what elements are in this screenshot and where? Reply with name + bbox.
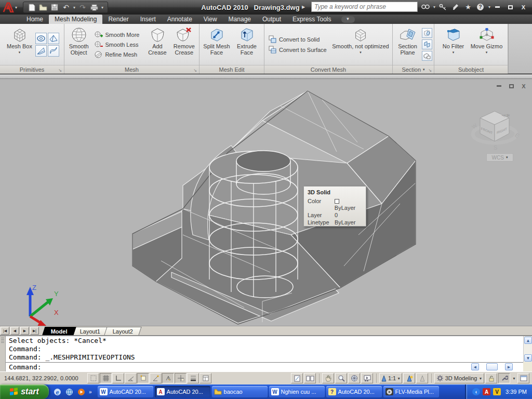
tab-home[interactable]: Home bbox=[21, 15, 49, 24]
split-mesh-face-button[interactable]: Split Mesh Face bbox=[202, 25, 231, 64]
first-tab-button[interactable]: |◀ bbox=[1, 327, 9, 335]
clock[interactable]: 3:39 PM bbox=[506, 389, 527, 395]
tab-manage[interactable]: Manage bbox=[223, 15, 257, 24]
add-jog-icon[interactable] bbox=[422, 39, 432, 49]
dyn-toggle[interactable] bbox=[175, 373, 187, 383]
show-motion-button[interactable] bbox=[361, 373, 373, 383]
start-button[interactable]: start bbox=[0, 384, 49, 399]
hide-icons-icon[interactable]: ‹ bbox=[472, 388, 480, 395]
mesh-model-3d-solid[interactable] bbox=[0, 79, 532, 326]
generate-section-icon[interactable] bbox=[422, 51, 432, 61]
taskbar-button-word-autocad[interactable]: W AutoCAD 20... bbox=[98, 386, 153, 397]
minimize-button[interactable] bbox=[492, 3, 503, 11]
panel-launcher-icon[interactable]: ↘ bbox=[193, 68, 197, 73]
workspace-switch-button[interactable]: 3D Modeling ▼ bbox=[434, 373, 484, 383]
tab-annotate[interactable]: Annotate bbox=[162, 15, 198, 24]
panel-label-primitives[interactable]: Primitives bbox=[20, 66, 45, 73]
taskbar-button-autocad-active[interactable]: A AutoCAD 20... bbox=[155, 386, 210, 397]
tab-render[interactable]: Render bbox=[102, 15, 134, 24]
search-input[interactable] bbox=[312, 3, 417, 10]
mesh-torus-icon[interactable] bbox=[35, 33, 47, 44]
lwt-toggle[interactable] bbox=[187, 373, 199, 383]
section-plane-button[interactable]: Section Plane bbox=[395, 25, 421, 64]
otrack-toggle[interactable] bbox=[150, 373, 162, 383]
open-file-icon[interactable] bbox=[39, 3, 47, 11]
search-dropdown-icon[interactable]: ▾ bbox=[433, 5, 435, 9]
panel-label-mesh[interactable]: Mesh bbox=[125, 66, 139, 73]
pan-button[interactable] bbox=[322, 373, 334, 383]
convert-to-surface-button[interactable]: Convert to Surface bbox=[267, 45, 330, 54]
clean-screen-button[interactable] bbox=[517, 373, 529, 383]
qat-customize-icon[interactable]: ▾ bbox=[101, 5, 103, 10]
panel-launcher-icon[interactable]: ↘ bbox=[428, 68, 432, 73]
scroll-thumb[interactable] bbox=[486, 363, 498, 370]
restore-button[interactable] bbox=[505, 3, 516, 11]
mesh-wedge-icon[interactable] bbox=[35, 45, 47, 57]
search-box[interactable] bbox=[311, 2, 418, 12]
model-space-button[interactable] bbox=[291, 373, 303, 383]
ducs-toggle[interactable] bbox=[162, 373, 174, 383]
smooth-more-button[interactable]: Smooth More bbox=[92, 31, 144, 39]
previous-tab-button[interactable]: ◀ bbox=[10, 327, 19, 335]
live-section-icon[interactable] bbox=[422, 28, 432, 38]
media-quicklaunch-icon[interactable] bbox=[77, 388, 85, 396]
coordinate-readout[interactable]: 144.6821, 322.2902, 0.0000 bbox=[0, 375, 87, 381]
plot-icon[interactable] bbox=[90, 3, 98, 11]
osnap-toggle[interactable] bbox=[137, 373, 149, 383]
undo-dropdown-icon[interactable]: ▾ bbox=[73, 5, 75, 10]
taskbar-button-autocad-help[interactable]: ? AutoCAD 20... bbox=[326, 386, 382, 397]
status-wrench-button[interactable] bbox=[498, 373, 510, 383]
no-filter-button[interactable]: No Filter ▾ bbox=[438, 25, 469, 64]
panel-label-convert-mesh[interactable]: Convert Mesh bbox=[311, 66, 346, 73]
toolbar-lock-button[interactable] bbox=[485, 373, 497, 383]
mesh-box-button[interactable]: Mesh Box ▾ bbox=[5, 25, 34, 64]
quick-properties-toggle[interactable] bbox=[200, 373, 211, 383]
panel-label-mesh-edit[interactable]: Mesh Edit bbox=[219, 66, 245, 73]
browser-quicklaunch-icon[interactable] bbox=[65, 388, 73, 396]
annotation-visibility-button[interactable] bbox=[403, 373, 415, 383]
last-tab-button[interactable]: ▶| bbox=[30, 327, 39, 335]
tab-insert[interactable]: Insert bbox=[135, 15, 162, 24]
viewport-close-button[interactable]: X bbox=[520, 83, 528, 89]
ie-quicklaunch-icon[interactable]: e bbox=[53, 388, 61, 396]
taskbar-button-nghien-cuu[interactable]: W Nghien cuu ... bbox=[269, 386, 325, 397]
command-window-grip[interactable] bbox=[0, 336, 6, 371]
tray-v-icon[interactable]: V bbox=[493, 388, 501, 395]
command-input-line[interactable]: Command: ◀ ▶ bbox=[6, 362, 523, 371]
panel-launcher-icon[interactable]: ↘ bbox=[58, 68, 62, 73]
wcs-menu-button[interactable]: WCS ▾ bbox=[486, 153, 513, 162]
undo-icon[interactable]: ↶ bbox=[62, 3, 70, 11]
compass-south-label[interactable]: S bbox=[494, 144, 497, 151]
tab-model[interactable]: Model bbox=[42, 327, 76, 335]
panel-label-subobject[interactable]: Subobject bbox=[458, 66, 484, 73]
tray-app-icon[interactable]: A bbox=[483, 388, 490, 395]
taskbar-button-flv-media[interactable]: FLV-Media Pl... bbox=[383, 386, 439, 397]
zoom-button[interactable] bbox=[335, 373, 347, 383]
search-binoculars-icon[interactable] bbox=[421, 2, 430, 11]
application-menu-button[interactable]: ▾ bbox=[0, 0, 20, 15]
subscription-key-icon[interactable] bbox=[438, 2, 448, 11]
command-history[interactable]: Select objects: *Cancel*Command:Command:… bbox=[6, 336, 523, 362]
add-crease-button[interactable]: Add Crease bbox=[145, 25, 169, 64]
ortho-toggle[interactable] bbox=[112, 373, 124, 383]
next-tab-button[interactable]: ▶ bbox=[20, 327, 29, 335]
communication-center-icon[interactable] bbox=[451, 2, 460, 11]
mesh-surface-icon[interactable] bbox=[48, 45, 59, 57]
viewport-restore-button[interactable] bbox=[507, 83, 515, 89]
drawing-viewport[interactable]: X 3D Solid ColorByLayer Layer0 LinetypeB… bbox=[0, 79, 532, 326]
scroll-left-icon[interactable]: ◀ bbox=[471, 363, 479, 370]
extrude-face-button[interactable]: Extrude Face bbox=[232, 25, 261, 64]
tab-view[interactable]: View bbox=[198, 15, 223, 24]
taskbar-button-baocao[interactable]: baocao bbox=[212, 386, 268, 397]
tab-layout1[interactable]: Layout1 bbox=[71, 327, 109, 335]
close-button[interactable]: X bbox=[518, 3, 529, 11]
snap-toggle[interactable] bbox=[87, 373, 99, 383]
polar-toggle[interactable] bbox=[125, 373, 137, 383]
scroll-up-icon[interactable]: ▲ bbox=[524, 337, 532, 344]
smooth-object-button[interactable]: Smooth Object bbox=[66, 25, 91, 64]
save-icon[interactable] bbox=[50, 3, 59, 11]
viewport-minimize-button[interactable] bbox=[495, 83, 503, 89]
redo-icon[interactable]: ↷ bbox=[78, 3, 87, 11]
scroll-down-icon[interactable]: ▼ bbox=[524, 354, 532, 362]
refine-mesh-button[interactable]: Refine Mesh bbox=[92, 50, 144, 59]
